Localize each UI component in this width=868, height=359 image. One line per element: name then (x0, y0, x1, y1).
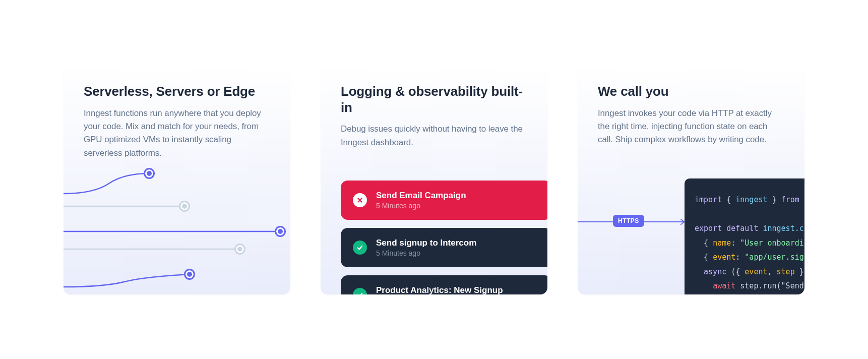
card-description: Debug issues quickly without having to l… (341, 123, 527, 149)
log-timestamp: 5 Minutes ago (376, 202, 466, 210)
card-description: Inngest functions run anywhere that you … (84, 107, 270, 160)
graph-node-icon (184, 269, 195, 280)
log-timestamp: 5 Minutes ago (376, 249, 476, 257)
log-item-success[interactable]: Product Analytics: New Signup 5 Minutes … (341, 275, 547, 294)
log-title: Product Analytics: New Signup (376, 285, 503, 294)
card-title: Logging & observability built-in (341, 84, 527, 115)
error-icon (353, 193, 367, 207)
log-list: Send Email Campaign 5 Minutes ago Send s… (341, 181, 547, 294)
code-snippet: import { inngest } from i export default… (685, 178, 804, 294)
success-icon (353, 288, 367, 294)
log-title: Send signup to Intercom (376, 238, 476, 248)
https-badge: HTTPS (613, 215, 644, 227)
feature-card-logging: Logging & observability built-in Debug i… (321, 65, 547, 294)
code-visual: HTTPS import { inngest } from i export d… (578, 178, 804, 294)
graph-node-icon (144, 168, 155, 179)
graph-node-icon (179, 201, 190, 212)
network-graph (64, 158, 290, 294)
card-title: Serverless, Servers or Edge (84, 84, 270, 100)
card-title: We call you (598, 84, 784, 100)
feature-card-serverless: Serverless, Servers or Edge Inngest func… (64, 65, 290, 294)
success-icon (353, 241, 367, 255)
log-title: Send Email Campaign (376, 191, 466, 201)
card-description: Inngest invokes your code via HTTP at ex… (598, 107, 784, 147)
graph-node-icon (234, 244, 245, 255)
log-item-error[interactable]: Send Email Campaign 5 Minutes ago (341, 181, 547, 220)
log-item-success[interactable]: Send signup to Intercom 5 Minutes ago (341, 228, 547, 267)
feature-card-we-call-you: We call you Inngest invokes your code vi… (578, 65, 804, 294)
graph-node-icon (275, 226, 286, 237)
